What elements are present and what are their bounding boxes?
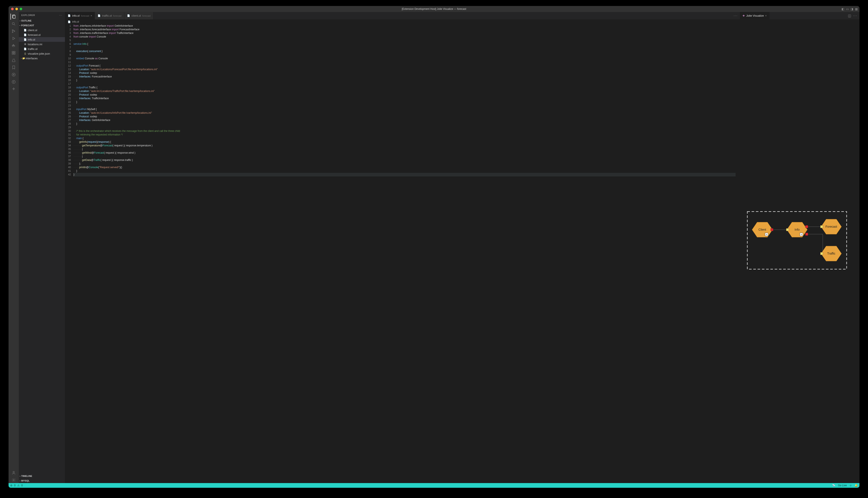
accounts-icon[interactable] <box>11 470 17 476</box>
bookmarks-icon[interactable] <box>11 64 17 70</box>
file-name: locations.ini <box>28 43 42 46</box>
panel-tab-label: Jolie Visualize <box>746 14 764 17</box>
file-tree: 📄client.ol📄forecast.ol📄info.ol⚙locations… <box>19 28 65 474</box>
tab-label: info.ol <box>72 14 80 17</box>
source-control-icon[interactable] <box>11 28 17 34</box>
file-icon: 📄 <box>67 20 71 24</box>
svg-rect-37 <box>805 225 808 228</box>
go-live-button[interactable]: Go Live <box>838 484 847 487</box>
svg-point-16 <box>12 73 15 76</box>
svg-text:+: + <box>801 233 802 236</box>
file-item[interactable]: ⚙locations.ini <box>19 42 65 47</box>
file-name: info.ol <box>28 38 35 41</box>
svg-marker-7 <box>13 37 15 40</box>
outline-label: OUTLINE <box>21 19 31 22</box>
toggle-secondary-sidebar-icon[interactable]: ◨ <box>851 7 853 11</box>
diagram-canvas[interactable]: Client+Info+ForecastTraffic <box>740 19 859 483</box>
settings-icon[interactable] <box>11 477 17 483</box>
tab-label: traffic.ol <box>102 14 112 17</box>
mysql-section-header[interactable]: › MYSQL <box>19 479 65 483</box>
svg-rect-38 <box>805 233 808 236</box>
thunder-icon[interactable] <box>11 79 17 85</box>
warnings-count[interactable]: 0 <box>21 484 23 487</box>
explorer-more-icon[interactable]: ··· <box>59 14 62 16</box>
code-editor[interactable]: 1234567891011121314151617181920212223242… <box>65 24 740 483</box>
file-icon: 📄 <box>24 38 27 41</box>
broadcast-icon[interactable]: 📡 <box>832 484 835 487</box>
line-number-gutter: 1234567891011121314151617181920212223242… <box>65 24 74 483</box>
panel-tab-jolie-visualize[interactable]: ❖ Jolie Visualize × <box>740 12 769 19</box>
chevron-right-icon: › <box>20 480 20 482</box>
code-content[interactable]: from .interfaces.infoInterface import Ge… <box>74 24 740 483</box>
jolie-icon: ❖ <box>742 14 745 17</box>
search-icon[interactable] <box>11 21 17 27</box>
svg-rect-36 <box>786 228 789 231</box>
editor-tab[interactable]: 📄 client.ol forecast <box>124 12 153 19</box>
svg-rect-40 <box>820 252 823 255</box>
sparkle-icon[interactable] <box>11 86 17 92</box>
tab-label: client.ol <box>131 14 141 17</box>
svg-text:Info: Info <box>794 228 800 231</box>
toggle-panel-icon[interactable]: ▭ <box>846 7 849 11</box>
chevron-right-icon: › <box>20 19 20 22</box>
jolie-visualize-panel: ❖ Jolie Visualize × ◫ ··· Client+Info+Fo… <box>740 12 859 483</box>
svg-text:Forecast: Forecast <box>826 225 837 228</box>
file-item[interactable]: {}visualize.jolie.json <box>19 51 65 56</box>
file-item[interactable]: 📄forecast.ol <box>19 32 65 37</box>
file-name: visualize.jolie.json <box>28 52 50 55</box>
extensions-icon[interactable] <box>11 50 17 56</box>
timeline-label: TIMELINE <box>21 475 32 477</box>
file-item[interactable]: 📄info.ol <box>19 37 65 42</box>
svg-rect-11 <box>13 44 14 45</box>
file-icon: 📄 <box>24 47 27 51</box>
editor-group: 📄 info.ol forecast ×📄 traffic.ol forecas… <box>65 12 740 483</box>
file-name: traffic.ol <box>28 47 37 51</box>
warnings-icon[interactable]: ⚠ <box>17 484 20 487</box>
toggle-primary-sidebar-icon[interactable]: ◧ <box>842 7 844 11</box>
feedback-icon[interactable]: ☺ <box>850 484 852 487</box>
folder-item[interactable]: › 📁interfaces <box>19 56 65 61</box>
bell-icon[interactable]: 🔔 <box>855 484 858 487</box>
editor-actions: ··· <box>731 12 740 19</box>
testing-icon[interactable] <box>11 57 17 63</box>
docker-icon[interactable] <box>11 43 17 49</box>
chevron-right-icon: › <box>20 475 20 477</box>
file-name: client.ol <box>28 29 37 32</box>
timeline-section-header[interactable]: › TIMELINE <box>19 474 65 479</box>
status-bar: ⊘ 0 ⚠ 0 📡 Go Live ☺ 🔔 <box>9 483 859 488</box>
svg-point-6 <box>14 31 15 31</box>
file-icon: 📄 <box>67 14 71 17</box>
svg-text:Client: Client <box>758 228 766 231</box>
close-icon[interactable]: × <box>91 14 92 17</box>
split-editor-icon[interactable]: ◫ <box>848 14 851 18</box>
more-actions-icon[interactable]: ··· <box>853 14 857 18</box>
more-actions-icon[interactable]: ··· <box>733 14 738 18</box>
gear-icon: ⚙ <box>24 42 27 46</box>
editor-tabs: 📄 info.ol forecast ×📄 traffic.ol forecas… <box>65 12 740 19</box>
explorer-icon[interactable] <box>11 14 16 19</box>
run-debug-icon[interactable] <box>11 36 17 41</box>
breadcrumb-file: info.ol <box>72 20 79 23</box>
live-share-icon[interactable] <box>11 72 17 78</box>
svg-point-4 <box>12 30 13 30</box>
outline-section-header[interactable]: › OUTLINE <box>19 18 65 23</box>
app-window: [Extension Development Host] Jolie Visua… <box>9 6 859 488</box>
file-item[interactable]: 📄traffic.ol <box>19 47 65 51</box>
svg-point-5 <box>12 32 13 32</box>
svg-point-18 <box>13 471 14 473</box>
editor-tab[interactable]: 📄 info.ol forecast × <box>65 12 95 19</box>
customize-layout-icon[interactable]: ▦ <box>855 7 858 11</box>
file-icon: 📄 <box>127 14 130 17</box>
folder-section-header[interactable]: › FORECAST <box>19 23 65 28</box>
svg-rect-35 <box>770 228 773 231</box>
tab-detail: forecast <box>142 14 151 17</box>
explorer-title: EXPLORER <box>21 14 35 16</box>
editor-tab[interactable]: 📄 traffic.ol forecast <box>95 12 124 19</box>
breadcrumb[interactable]: 📄 info.ol <box>65 19 740 24</box>
file-item[interactable]: 📄client.ol <box>19 28 65 32</box>
panel-actions: ◫ ··· <box>846 12 859 19</box>
close-icon[interactable]: × <box>765 14 767 17</box>
errors-icon[interactable]: ⊘ <box>10 484 12 487</box>
errors-count[interactable]: 0 <box>14 484 16 487</box>
chevron-down-icon: › <box>19 25 21 26</box>
